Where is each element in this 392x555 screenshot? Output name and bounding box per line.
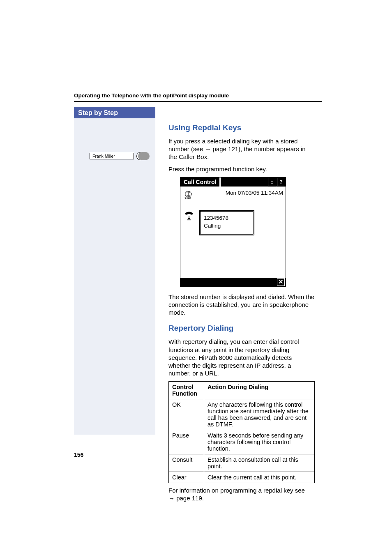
text: For information on programming a repdial… xyxy=(168,487,305,494)
call-box: 12345678 Calling xyxy=(199,210,254,235)
globe-hand-icon xyxy=(183,190,195,200)
paragraph: If you press a selected dialing key with… xyxy=(168,137,315,161)
table-cell: Waits 3 seconds before sending any chara… xyxy=(204,430,315,454)
sidebar-body xyxy=(74,118,155,435)
text: page 119. xyxy=(175,495,204,502)
control-function-table: Control Function Action During Dialing O… xyxy=(168,381,315,483)
phone-display-header: Call Control ⌂ ? xyxy=(180,177,286,187)
paragraph: With repertory dialing, you can enter di… xyxy=(168,338,315,377)
table-cell: Establish a consultation call at this po… xyxy=(204,454,315,472)
close-icon[interactable]: ✕ xyxy=(277,278,285,286)
function-key-label: Frank Miller xyxy=(90,153,134,159)
table-cell: Consult xyxy=(169,454,204,472)
arrow-icon: → xyxy=(168,495,175,502)
paragraph: For information on programming a repdial… xyxy=(168,486,315,502)
running-header: Operating the Telephone with the optiPoi… xyxy=(74,92,322,102)
help-icon[interactable]: ? xyxy=(277,178,285,186)
phone-datetime: Mon 07/03/05 11:34AM xyxy=(226,190,283,196)
table-cell: OK xyxy=(169,399,204,430)
paragraph: The stored number is displayed and diale… xyxy=(168,293,315,317)
heading-using-repdial-keys: Using Repdial Keys xyxy=(168,123,315,132)
table-header-row: Control Function Action During Dialing xyxy=(169,382,315,399)
table-row: OK Any characters following this control… xyxy=(169,399,315,430)
paragraph: Press the programmed function key. xyxy=(168,165,315,173)
page-number: 156 xyxy=(74,451,83,458)
table-cell: Clear the current call at this point. xyxy=(204,472,315,483)
table-row: Consult Establish a consultation call at… xyxy=(169,454,315,472)
phone-display-title: Call Control xyxy=(180,177,221,187)
table-cell: Any characters following this control fu… xyxy=(204,399,315,430)
function-key-chip: Frank Miller xyxy=(74,152,155,160)
handset-down-arrow-icon xyxy=(183,210,195,221)
sidebar-title: Step by Step xyxy=(74,107,155,119)
table-header: Control Function xyxy=(169,382,204,399)
table-row: Clear Clear the current call at this poi… xyxy=(169,472,315,483)
call-status: Calling xyxy=(204,222,250,230)
table-row: Pause Waits 3 seconds before sending any… xyxy=(169,430,315,454)
table-cell: Pause xyxy=(169,430,204,454)
phone-display-footer: ✕ xyxy=(180,278,286,287)
phone-display-body: Mon 07/03/05 11:34AM 12345678 Calling xyxy=(180,187,286,278)
heading-repertory-dialing: Repertory Dialing xyxy=(168,324,315,333)
function-key-button-icon xyxy=(138,152,150,160)
home-icon[interactable]: ⌂ xyxy=(268,178,276,186)
phone-display: Call Control ⌂ ? Mon 07/03/05 11:34AM xyxy=(180,177,286,287)
table-header: Action During Dialing xyxy=(204,382,315,399)
arrow-icon: → xyxy=(205,145,211,152)
table-cell: Clear xyxy=(169,472,204,483)
dialed-number: 12345678 xyxy=(204,214,250,222)
